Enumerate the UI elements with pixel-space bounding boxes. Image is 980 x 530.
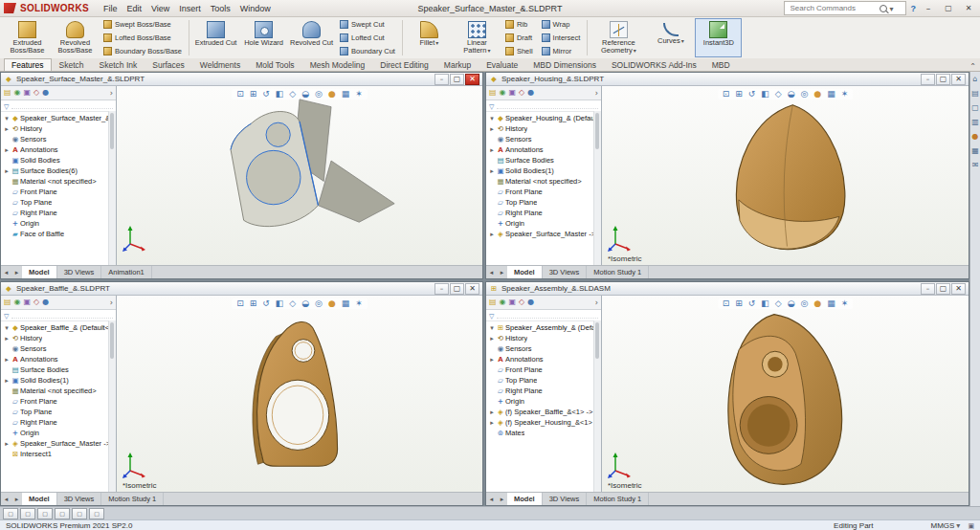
command-manager-tab[interactable]: Mold Tools bbox=[248, 58, 301, 71]
app-title-bar[interactable]: SOLIDWORKS FileEditViewInsertToolsWindow… bbox=[0, 0, 980, 17]
filter-funnel-icon[interactable] bbox=[489, 101, 494, 111]
tree-item[interactable]: Origin bbox=[486, 218, 601, 229]
tree-item[interactable]: Top Plane bbox=[1, 197, 116, 208]
tree-item[interactable]: Solid Bodies(1) bbox=[486, 166, 601, 176]
tab-scroll-left-icon[interactable] bbox=[1, 493, 11, 505]
boundary-boss-button[interactable]: Boundary Boss/Base bbox=[100, 45, 186, 57]
model-surface-master[interactable] bbox=[117, 96, 482, 263]
tree-item[interactable]: Right Plane bbox=[486, 208, 601, 218]
tree-root-item[interactable]: Speaker_Surface_Master_& (Defaul bbox=[1, 113, 116, 123]
extruded-boss-button[interactable]: Extruded Boss/Base bbox=[4, 18, 51, 57]
tree-item[interactable]: Material <not specified> bbox=[1, 176, 116, 187]
expand-arrow-icon[interactable] bbox=[488, 398, 496, 406]
menu-item[interactable]: Insert bbox=[174, 3, 206, 14]
swept-boss-button[interactable]: Swept Boss/Base bbox=[100, 18, 186, 31]
expand-arrow-icon[interactable] bbox=[488, 178, 496, 186]
document-tab[interactable]: Motion Study 1 bbox=[587, 266, 649, 278]
tab-scroll-right-icon[interactable] bbox=[11, 266, 22, 278]
panel-flyout-chevron-icon[interactable] bbox=[110, 89, 113, 98]
expand-arrow-icon[interactable] bbox=[3, 387, 11, 395]
expand-arrow-icon[interactable] bbox=[3, 167, 11, 175]
tree-item[interactable]: Face of Baffle bbox=[1, 229, 116, 239]
command-manager-tab[interactable]: SOLIDWORKS Add-Ins bbox=[604, 58, 704, 71]
tree-item[interactable]: Front Plane bbox=[486, 364, 601, 375]
hole-wizard-button[interactable]: Hole Wizard bbox=[240, 18, 287, 57]
command-manager-tab[interactable]: Features bbox=[4, 58, 52, 71]
expand-arrow-icon[interactable] bbox=[3, 356, 11, 364]
tree-item[interactable]: Sensors bbox=[486, 343, 601, 354]
status-options-icon[interactable] bbox=[968, 521, 974, 530]
window-title-bar[interactable]: Speaker_Baffle_&.SLDPRT bbox=[1, 282, 482, 296]
tree-item[interactable]: Speaker_Surface_Master -> (Defa bbox=[1, 438, 116, 449]
menu-item[interactable]: File bbox=[99, 3, 122, 14]
window-icon[interactable] bbox=[20, 508, 35, 519]
filter-funnel-icon[interactable] bbox=[4, 101, 9, 111]
command-manager-tab[interactable]: MBD bbox=[704, 58, 738, 71]
window-title-bar[interactable]: Speaker_Housing_&.SLDPRT bbox=[486, 73, 969, 86]
propertymanager-tab-icon[interactable] bbox=[14, 89, 21, 97]
window-maximize-button[interactable] bbox=[936, 74, 950, 85]
document-tab[interactable]: Model bbox=[507, 266, 543, 278]
tree-root-item[interactable]: Speaker_Assembly_& (Default<Display S bbox=[486, 322, 601, 333]
help-icon[interactable]: ? bbox=[911, 4, 917, 13]
tree-item[interactable]: Mates bbox=[486, 428, 601, 438]
solidworks-resources-icon[interactable] bbox=[972, 76, 977, 83]
tree-item[interactable]: Origin bbox=[1, 428, 116, 438]
tree-item[interactable]: Sensors bbox=[1, 134, 116, 144]
filter-funnel-icon[interactable] bbox=[4, 311, 9, 320]
expand-arrow-icon[interactable] bbox=[488, 409, 496, 416]
revolved-boss-button[interactable]: Revolved Boss/Base bbox=[52, 18, 99, 57]
window-maximize-button[interactable] bbox=[450, 283, 464, 295]
filter-input[interactable] bbox=[497, 312, 598, 319]
filter-input[interactable] bbox=[11, 102, 113, 109]
expand-arrow-icon[interactable] bbox=[3, 125, 11, 133]
tab-scroll-left-icon[interactable] bbox=[1, 266, 11, 278]
tree-item[interactable]: (f) Speaker_Housing_&<1> -> (Defa bbox=[486, 417, 601, 428]
tree-item[interactable]: Surface Bodies bbox=[1, 364, 116, 375]
document-tab[interactable]: Model bbox=[507, 493, 543, 505]
propertymanager-tab-icon[interactable] bbox=[500, 89, 506, 97]
swept-cut-button[interactable]: Swept Cut bbox=[336, 18, 399, 31]
reference-geometry-button[interactable]: Reference Geometry bbox=[590, 18, 646, 57]
expand-arrow-icon[interactable] bbox=[3, 335, 11, 342]
dimxpertmanager-tab-icon[interactable] bbox=[33, 298, 39, 306]
view-palette-icon[interactable] bbox=[971, 119, 979, 126]
tree-item[interactable]: Sensors bbox=[486, 134, 601, 144]
command-manager-tab[interactable]: Surfaces bbox=[145, 58, 192, 71]
revolved-cut-button[interactable]: Revolved Cut bbox=[288, 18, 335, 57]
tree-item[interactable]: Right Plane bbox=[1, 417, 116, 428]
expand-arrow-icon[interactable] bbox=[3, 199, 11, 207]
design-library-icon[interactable] bbox=[971, 90, 979, 98]
tree-item[interactable]: History bbox=[1, 123, 116, 134]
search-commands-box[interactable] bbox=[784, 1, 906, 15]
window-minimize-button[interactable] bbox=[434, 283, 449, 295]
displaymanager-tab-icon[interactable] bbox=[527, 89, 534, 97]
expand-arrow-icon[interactable] bbox=[3, 178, 11, 186]
expand-arrow-icon[interactable] bbox=[488, 356, 496, 364]
tree-item[interactable]: Top Plane bbox=[1, 407, 116, 417]
tree-item[interactable]: Annotations bbox=[1, 144, 116, 155]
expand-arrow-icon[interactable] bbox=[3, 440, 11, 448]
tree-item[interactable]: Surface Bodies(6) bbox=[1, 166, 116, 176]
expand-arrow-icon[interactable] bbox=[3, 366, 11, 374]
window-minimize-button[interactable] bbox=[921, 283, 935, 295]
tree-filter-row[interactable] bbox=[486, 310, 601, 321]
displaymanager-tab-icon[interactable] bbox=[42, 89, 49, 97]
window-maximize-button[interactable] bbox=[450, 74, 464, 85]
window-minimize-button[interactable] bbox=[434, 74, 449, 85]
document-tab[interactable]: Animation1 bbox=[101, 266, 152, 278]
propertymanager-tab-icon[interactable] bbox=[14, 298, 21, 306]
panel-scrollbar[interactable] bbox=[593, 111, 601, 265]
lofted-boss-button[interactable]: Lofted Boss/Base bbox=[100, 32, 186, 44]
document-tab[interactable]: Motion Study 1 bbox=[587, 493, 649, 505]
tree-item[interactable]: Solid Bodies(1) bbox=[1, 375, 116, 386]
tab-scroll-right-icon[interactable] bbox=[497, 493, 507, 505]
expand-arrow-icon[interactable] bbox=[3, 398, 11, 406]
expand-arrow-icon[interactable] bbox=[3, 409, 11, 416]
expand-arrow-icon[interactable] bbox=[488, 231, 496, 238]
panel-scrollbar[interactable] bbox=[108, 111, 116, 265]
expand-arrow-icon[interactable] bbox=[488, 167, 496, 175]
search-input[interactable] bbox=[789, 3, 877, 13]
tree-item[interactable]: Annotations bbox=[1, 354, 116, 364]
document-tab[interactable]: 3D Views bbox=[543, 266, 588, 278]
